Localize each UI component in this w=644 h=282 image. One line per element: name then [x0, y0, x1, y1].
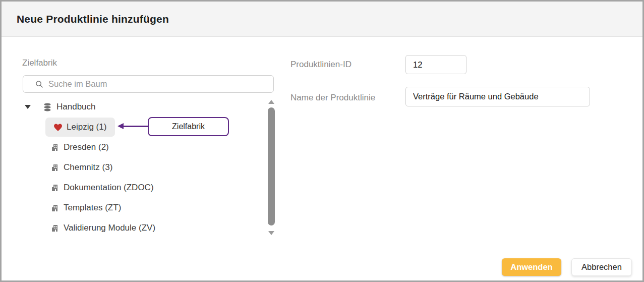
scroll-up-icon[interactable]	[268, 100, 274, 104]
tree-node-dresden[interactable]: Dresden (2)	[51, 141, 109, 154]
building-icon	[51, 224, 60, 233]
building-icon	[51, 204, 60, 212]
tree-node-label: Leipzig (1)	[67, 122, 106, 132]
tree-node-label: Dresden (2)	[64, 142, 109, 152]
target-factory-label: Zielfabrik	[22, 58, 57, 68]
tree-node-label: Handbuch	[56, 102, 96, 112]
dialog-title: Neue Produktlinie hinzufügen	[17, 13, 169, 25]
tree-search-box[interactable]	[23, 75, 274, 93]
tree-scrollbar[interactable]	[266, 99, 276, 236]
tree-node-label: Validierung Module (ZV)	[64, 223, 155, 233]
apply-button[interactable]: Anwenden	[502, 258, 561, 276]
tree-node-label: Templates (ZT)	[64, 203, 121, 213]
heart-icon	[53, 123, 63, 132]
search-icon	[35, 80, 43, 88]
product-line-name-label: Name der Produktlinie	[290, 93, 375, 103]
tree-node-label: Dokumentation (ZDOC)	[64, 183, 154, 193]
tree-node-leipzig-selected[interactable]: Leipzig (1)	[45, 118, 115, 137]
tree-node-handbuch[interactable]: Handbuch	[25, 100, 96, 114]
dialog-header: Neue Produktlinie hinzufügen	[2, 2, 642, 37]
callout-zielfabrik: Zielfabrik	[148, 117, 229, 136]
product-line-id-label: Produktlinien-ID	[290, 60, 352, 70]
tree-node-templates[interactable]: Templates (ZT)	[51, 201, 121, 214]
tree-search-input[interactable]	[48, 79, 260, 89]
building-icon	[51, 143, 60, 152]
scrollbar-thumb[interactable]	[268, 107, 275, 225]
chevron-down-icon[interactable]	[25, 105, 31, 109]
add-product-line-dialog: Neue Produktlinie hinzufügen Zielfabrik …	[0, 0, 644, 282]
callout-arrow-line	[123, 126, 149, 127]
scroll-down-icon[interactable]	[268, 231, 274, 235]
tree-node-chemnitz[interactable]: Chemnitz (3)	[51, 161, 112, 174]
callout-label: Zielfabrik	[172, 122, 205, 131]
product-line-name-input[interactable]	[405, 87, 590, 106]
tree-node-dokumentation[interactable]: Dokumentation (ZDOC)	[51, 181, 154, 194]
tree-node-validierung[interactable]: Validierung Module (ZV)	[51, 221, 155, 235]
product-line-id-input[interactable]	[405, 55, 466, 74]
building-icon	[51, 163, 60, 172]
database-icon	[43, 102, 52, 112]
cancel-button[interactable]: Abbrechen	[571, 258, 632, 276]
building-icon	[51, 184, 60, 192]
tree-node-label: Chemnitz (3)	[64, 162, 112, 173]
